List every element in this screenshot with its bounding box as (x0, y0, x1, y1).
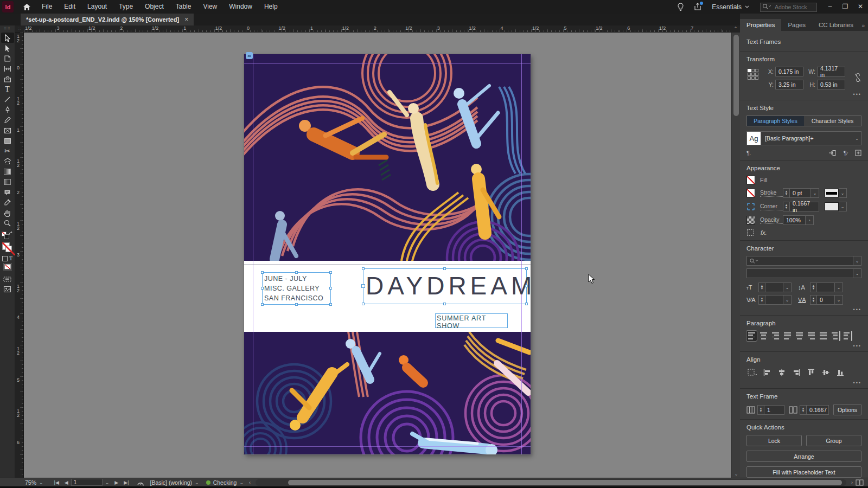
align-more-options[interactable]: ••• (853, 380, 861, 386)
tracking-field[interactable]: 0 (816, 295, 835, 305)
section-guide[interactable] (244, 264, 531, 265)
stroke-weight-stepper[interactable]: ▲▼ (783, 188, 789, 198)
paragraph-style-dropdown[interactable]: Ag [Basic Paragraph]+ ⌄ (746, 131, 861, 145)
postcard-front-artwork[interactable] (244, 54, 531, 261)
justify-last-center-button[interactable] (794, 331, 805, 341)
status-dropdown-icon[interactable]: ⌄ (237, 480, 246, 485)
tracking-dropdown[interactable]: ⌄ (835, 295, 843, 305)
page-dropdown-icon[interactable]: ⌄ (103, 480, 112, 485)
group-button[interactable]: Group (806, 435, 861, 446)
fill-placeholder-button[interactable]: Fill with Placeholder Text (746, 466, 861, 478)
font-style-dropdown[interactable]: ⌄ (853, 268, 861, 278)
align-center-button[interactable] (758, 331, 769, 341)
align-objects-bottom-icon[interactable] (834, 367, 846, 378)
corner-radius-stepper[interactable]: ▲▼ (783, 202, 789, 211)
reference-point-proxy[interactable] (748, 69, 758, 89)
stroke-style-dropdown[interactable]: ⌄ (839, 188, 847, 198)
paragraph-more-options[interactable]: ••• (853, 343, 861, 349)
align-toward-spine-button[interactable] (830, 331, 840, 341)
line-tool[interactable] (1, 94, 14, 105)
minimize-button[interactable]: – (822, 0, 838, 14)
page-tool[interactable] (1, 53, 14, 63)
preflight-status-label[interactable]: Checking (213, 479, 237, 486)
selection-tool[interactable] (1, 33, 14, 43)
last-page-button[interactable]: ▶| (121, 480, 131, 485)
menu-item[interactable]: Object (139, 0, 170, 14)
first-page-button[interactable]: |◀ (52, 480, 62, 485)
preflight-profile-value[interactable]: [Basic] (working) (150, 479, 192, 486)
scroll-up-icon[interactable]: ⌃ (731, 25, 740, 33)
margin-guide-top[interactable] (244, 63, 531, 64)
tab-cc-libraries[interactable]: CC Libraries (812, 19, 860, 31)
style-dropdown-chevron[interactable]: ⌄ (853, 132, 861, 145)
page-number-field[interactable] (71, 479, 103, 486)
clear-overrides-icon[interactable]: ¶⁄ (844, 150, 847, 156)
preflight-gauge-icon[interactable] (137, 479, 144, 486)
formatting-affects-text-icon[interactable]: T (9, 255, 12, 261)
share-icon[interactable] (694, 3, 701, 11)
object-effects-icon[interactable] (746, 229, 754, 236)
align-objects-right-icon[interactable] (790, 367, 802, 378)
screen-mode-icon[interactable] (1, 274, 14, 284)
align-objects-hcenter-icon[interactable] (776, 367, 788, 378)
menu-item[interactable]: Help (258, 0, 284, 14)
home-icon[interactable] (23, 3, 31, 11)
margin-guide-right[interactable] (521, 54, 522, 454)
zoom-level-value[interactable]: 75% (25, 479, 36, 486)
align-away-spine-button[interactable] (842, 331, 852, 341)
gutter-stepper[interactable]: ▲▼ (800, 405, 806, 415)
gutter-field[interactable]: 0.1667 (806, 405, 829, 415)
stroke-swatch-none[interactable] (5, 246, 12, 252)
font-size-field[interactable] (765, 282, 783, 292)
h-field[interactable]: 0.53 in (817, 80, 845, 89)
horizontal-scrollbar-thumb[interactable] (288, 480, 842, 485)
margin-guide-bottom[interactable] (244, 446, 531, 447)
font-size-dropdown[interactable]: ⌄ (783, 282, 792, 292)
postcard-back-artwork[interactable] (244, 332, 531, 454)
subtitle-text-frame[interactable]: SUMMER ART SHOW (435, 313, 508, 328)
preview-mode-icon[interactable] (1, 284, 14, 294)
font-family-field[interactable] (746, 256, 853, 266)
panel-overflow-icon[interactable]: » (861, 23, 868, 31)
fill-swatch-none[interactable] (2, 242, 13, 253)
indesign-logo-icon[interactable]: Id (2, 1, 14, 12)
leading-dropdown[interactable]: ⌄ (835, 282, 843, 292)
restore-button[interactable]: ❐ (838, 0, 853, 14)
opacity-label[interactable]: Opacity (760, 216, 783, 224)
scroll-left-icon[interactable]: ‹ (246, 480, 253, 485)
close-tab-icon[interactable]: × (184, 16, 188, 23)
new-style-icon[interactable] (855, 150, 861, 156)
toolbar-grip[interactable]: ⠿⠿ (4, 27, 10, 31)
free-transform-tool[interactable] (1, 156, 14, 166)
kerning-field[interactable] (765, 295, 783, 305)
formatting-affects-container-icon[interactable] (2, 256, 8, 261)
horizontal-ruler[interactable]: 1/231/221/211/201/211/221/231/241/251/26… (24, 25, 731, 33)
menu-item[interactable]: Layout (81, 0, 113, 14)
arrange-button[interactable]: Arrange (746, 451, 861, 462)
transform-more-options[interactable]: ••• (853, 92, 861, 97)
w-field[interactable]: 4.1317 in (817, 67, 845, 76)
menu-item[interactable]: View (197, 0, 223, 14)
redefine-style-icon[interactable] (828, 150, 836, 156)
menu-item[interactable]: Table (170, 0, 197, 14)
menu-item[interactable]: Edit (58, 0, 81, 14)
menu-item[interactable]: Type (113, 0, 139, 14)
menu-item[interactable]: File (36, 0, 58, 14)
stroke-swatch[interactable] (746, 189, 755, 197)
frame-tool[interactable] (1, 125, 14, 136)
scissors-tool[interactable]: ✂ (1, 146, 14, 156)
eyedropper-tool[interactable] (1, 197, 14, 208)
spread-view-icon[interactable] (856, 479, 864, 486)
content-collector-tool[interactable] (1, 74, 14, 84)
vertical-scrollbar-thumb[interactable] (733, 35, 739, 116)
direct-selection-tool[interactable] (1, 43, 14, 53)
hand-tool[interactable] (1, 208, 14, 218)
rectangle-tool[interactable] (1, 136, 14, 146)
fx-icon[interactable]: fx. (761, 229, 767, 236)
document-tab[interactable]: *set-up-a-postcard_END_V2.indd @ 150% [C… (21, 14, 194, 25)
align-to-dropdown[interactable] (746, 367, 758, 378)
kerning-stepper[interactable]: ▲▼ (758, 295, 765, 305)
kerning-dropdown[interactable]: ⌄ (783, 295, 792, 305)
justify-last-left-button[interactable] (782, 331, 793, 341)
vertical-scrollbar[interactable]: ⌄ (731, 33, 740, 478)
